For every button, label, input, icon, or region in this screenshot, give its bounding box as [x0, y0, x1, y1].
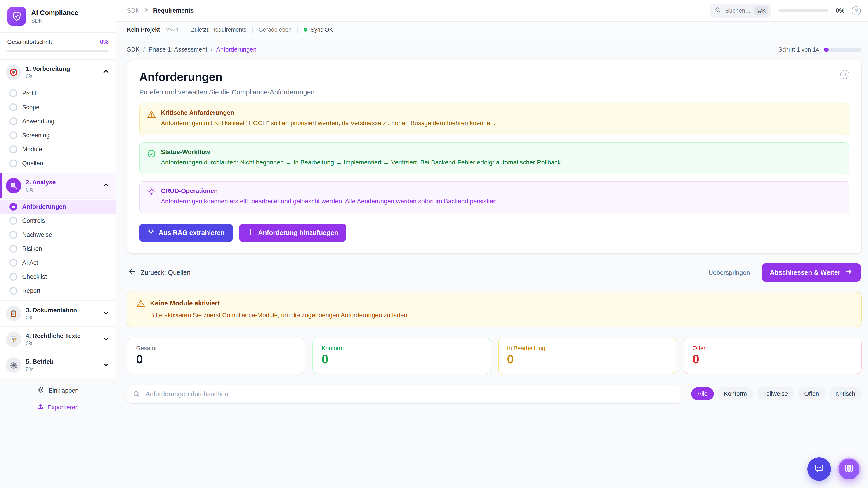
- section-title: 2. Analyse: [26, 179, 98, 186]
- add-requirement-button[interactable]: Anforderung hinzufuegen: [239, 224, 346, 242]
- step-circle-icon: [9, 103, 17, 111]
- app-root: AI Compliance SDK Gesamtfortschritt 0% 1…: [0, 0, 868, 488]
- chat-assistant-button[interactable]: [807, 457, 831, 481]
- chevron-up-icon: [103, 68, 110, 76]
- last-step-label: Zuletzt: Requirements: [191, 27, 247, 33]
- requirements-card: Anforderungen ? Pruefen und verwalten Si…: [127, 60, 862, 254]
- skip-button[interactable]: Ueberspringen: [708, 269, 750, 276]
- help-icon[interactable]: ?: [852, 6, 861, 15]
- breadcrumb-phase[interactable]: Phase 1: Assessment: [149, 46, 207, 53]
- requirements-search-input[interactable]: [127, 385, 681, 403]
- step-circle-icon: [9, 131, 17, 139]
- section-items: Profil Scope Anwendung Screening Module …: [0, 86, 116, 173]
- sidebar-item-module[interactable]: Module: [0, 142, 116, 156]
- project-name: Kein Projekt: [127, 27, 160, 33]
- breadcrumb-root[interactable]: SDK: [127, 7, 140, 14]
- arrow-left-icon: [128, 268, 136, 277]
- breadcrumb-current-page: Anforderungen: [216, 46, 256, 53]
- section-title: 4. Rechtliche Texte: [26, 332, 98, 340]
- section-items: Anforderungen Controls Nachweise Risiken…: [0, 199, 116, 300]
- step-indicator: Schritt 1 von 14: [778, 46, 861, 53]
- filter-chip-konform[interactable]: Konform: [717, 387, 753, 400]
- section-percent: 0%: [26, 187, 98, 193]
- sidebar-item-ai-act[interactable]: AI Act: [0, 256, 116, 270]
- main-area: SDK Requirements Suchen... ⌘K 0% ? Kein …: [116, 0, 868, 488]
- step-circle-icon: [9, 259, 17, 267]
- step-circle-icon: [9, 90, 17, 97]
- wizard-nav: Zurueck: Quellen Ueberspringen Abschlies…: [127, 263, 862, 282]
- overall-progress-value: 0%: [100, 38, 108, 45]
- step-circle-icon: [9, 160, 17, 167]
- divider: [252, 26, 253, 33]
- filter-chip-kritisch[interactable]: Kritisch: [829, 387, 862, 400]
- filter-chip-offen[interactable]: Offen: [798, 387, 826, 400]
- stat-card-in-bearbeitung: In Bearbeitung 0: [498, 337, 676, 374]
- search-icon: [715, 6, 721, 15]
- global-search-button[interactable]: Suchen... ⌘K: [710, 4, 772, 18]
- finish-next-button[interactable]: Abschliessen & Weiter: [762, 263, 861, 282]
- global-search-placeholder: Suchen...: [725, 7, 750, 14]
- filter-chip-alle[interactable]: Alle: [691, 387, 714, 400]
- sidebar-section-dokumentation[interactable]: 3. Dokumentation 0%: [0, 300, 116, 327]
- overall-progress: Gesamtfortschritt 0%: [0, 33, 116, 60]
- no-modules-warning: Keine Module aktiviert Bitte aktivieren …: [127, 292, 862, 327]
- chevron-down-icon: [103, 309, 110, 318]
- chevron-right-icon: [144, 7, 149, 14]
- sidebar-item-checklist[interactable]: Checklist: [0, 270, 116, 284]
- step-progress-fill: [824, 48, 829, 51]
- divider: [185, 26, 185, 33]
- sidebar-item-report[interactable]: Report: [0, 284, 116, 298]
- section-title: 1. Vorbereitung: [26, 65, 98, 73]
- sidebar-item-screening[interactable]: Screening: [0, 128, 116, 142]
- step-circle-icon: [9, 245, 17, 253]
- keyboard-shortcut-badge: ⌘K: [754, 6, 768, 15]
- sidebar-section-rechtliche-texte[interactable]: 4. Rechtliche Texte 0%: [0, 327, 116, 352]
- card-help-icon[interactable]: ?: [840, 70, 849, 79]
- filter-chip-teilweise[interactable]: Teilweise: [757, 387, 794, 400]
- info-box-workflow: Status-Workflow Anforderungen durchlaufe…: [139, 142, 849, 174]
- sidebar-item-anwendung[interactable]: Anwendung: [0, 114, 116, 128]
- columns-icon: [844, 463, 855, 475]
- version-badge: V001: [166, 27, 179, 33]
- info-box-crud: CRUD-Operationen Anforderungen koennen e…: [139, 182, 849, 213]
- breadcrumb-sdk[interactable]: SDK: [127, 46, 140, 53]
- sidebar-section-analyse[interactable]: 2. Analyse 0%: [0, 173, 116, 199]
- chevron-up-icon: [103, 182, 110, 190]
- header-progress-value: 0%: [836, 7, 844, 14]
- sidebar-item-risiken[interactable]: Risiken: [0, 242, 116, 256]
- page-breadcrumb-row: SDK / Phase 1: Assessment / Anforderunge…: [116, 38, 868, 59]
- overall-progress-label: Gesamtfortschritt: [7, 38, 52, 45]
- chevron-down-icon: [103, 361, 110, 369]
- step-circle-icon: [9, 273, 17, 281]
- sidebar-item-nachweise[interactable]: Nachweise: [0, 228, 116, 242]
- extract-from-rag-button[interactable]: Aus RAG extrahieren: [139, 224, 233, 242]
- plus-icon: [247, 229, 254, 237]
- radio-selected-icon: [9, 203, 17, 210]
- floating-buttons: [807, 457, 861, 481]
- sidebar-item-controls[interactable]: Controls: [0, 214, 116, 228]
- sidebar-section-vorbereitung[interactable]: 1. Vorbereitung 0%: [0, 60, 116, 86]
- page-title: Anforderungen: [139, 70, 222, 84]
- shield-check-icon: [7, 7, 26, 26]
- sidebar-section-betrieb[interactable]: 5. Betrieb 0%: [0, 352, 116, 378]
- sidebar-item-quellen[interactable]: Quellen: [0, 156, 116, 170]
- header-progress-bar: [779, 9, 829, 12]
- sidebar-item-anforderungen[interactable]: Anforderungen: [0, 200, 116, 214]
- warning-triangle-icon: [136, 299, 145, 308]
- back-button[interactable]: Zurueck: Quellen: [128, 268, 191, 277]
- stat-card-offen: Offen 0: [684, 337, 862, 374]
- section-percent: 0%: [26, 341, 98, 346]
- arrow-right-icon: [844, 268, 852, 277]
- page-content: Anforderungen ? Pruefen und verwalten Si…: [116, 59, 868, 488]
- export-button[interactable]: Exportieren: [37, 403, 79, 411]
- sidebar-item-scope[interactable]: Scope: [0, 100, 116, 114]
- sidebar-item-profil[interactable]: Profil: [0, 86, 116, 100]
- info-box-critical: Kritische Anforderungen Anforderungen mi…: [139, 103, 849, 135]
- double-chevron-left-icon: [37, 386, 44, 395]
- clipboard-icon: [6, 306, 21, 321]
- memo-icon: [6, 332, 21, 347]
- collapse-sidebar-button[interactable]: Einklappen: [37, 386, 79, 395]
- board-view-button[interactable]: [837, 457, 861, 481]
- breadcrumb-separator: /: [211, 46, 213, 53]
- filter-chips: Alle Konform Teilweise Offen Kritisch: [691, 387, 862, 400]
